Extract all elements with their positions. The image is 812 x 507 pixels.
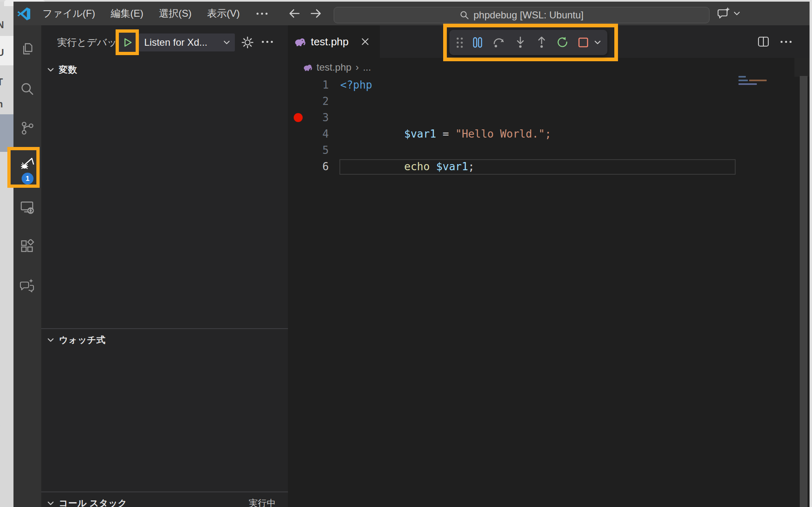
menu-selection[interactable]: 選択(S) [151,2,199,25]
title-bar: ファイル(F) 編集(E) 選択(S) 表示(V) phpdebug [WSL:… [13,2,810,25]
minimap-line [738,80,748,81]
run-and-debug-icon [20,155,36,171]
source-control-icon [20,121,35,136]
start-debugging-highlight-box [116,29,139,55]
chevron-down-icon [47,66,55,74]
pause-icon [472,37,483,48]
code-line-5[interactable]: 5 echo $var1; [288,142,810,158]
section-label: コール スタック [59,497,127,507]
back-arrow-icon[interactable] [288,7,301,20]
line-number[interactable]: 2 [288,93,329,109]
breadcrumb-symbol[interactable]: ... [363,62,371,73]
section-call-stack[interactable]: コール スタック 実行中 [41,495,288,507]
tab-test-php[interactable]: test.php [288,25,380,58]
vscode-logo-icon [17,7,31,21]
remote-explorer-icon [20,200,35,215]
more-actions-icon[interactable] [262,41,273,43]
stop-options-button[interactable] [589,30,606,55]
minimap-line [738,83,757,85]
section-variables[interactable]: 変数 [41,61,288,78]
current-line-highlight [339,159,736,175]
breadcrumb-separator: › [355,62,359,73]
start-debugging-play-icon[interactable] [122,37,133,48]
pause-button[interactable] [468,30,486,55]
section-watch[interactable]: ウォッチ式 [41,331,288,349]
line-number[interactable]: 5 [288,142,329,158]
launch-config-label: Listen for Xd... [139,37,223,48]
debug-item-highlight-box: 1 [7,147,40,188]
sidebar-item-remote-explorer[interactable] [13,193,41,221]
minimap-line [749,80,767,81]
vscode-window: N U T h ) ファイル(F) 編集(E) 選択(S) 表示(V) [0,0,812,507]
step-into-button[interactable] [511,30,529,55]
menu-view[interactable]: 表示(V) [199,2,248,25]
launch-config-dropdown[interactable]: Listen for Xd... [139,33,235,51]
split-editor-icon[interactable] [757,35,770,48]
breadcrumb-file[interactable]: test.php [317,62,351,73]
editor-scrollbar[interactable] [800,76,808,507]
menu-file[interactable]: ファイル(F) [35,2,103,25]
breadcrumb[interactable]: test.php › ... [303,58,371,77]
background-text-fragment: h [0,99,3,110]
chevron-down-icon [47,499,55,507]
menu-edit[interactable]: 編集(E) [103,2,151,25]
line-number[interactable]: 6 [288,158,329,175]
minimap[interactable] [735,76,776,117]
close-icon[interactable] [360,37,370,47]
background-segment [0,114,13,152]
chevron-down-icon [594,39,601,46]
sidebar-item-extensions[interactable] [13,233,41,260]
activity-bar: 1 [13,25,41,507]
code-line-4[interactable]: 4 [288,126,810,142]
code-line-6[interactable]: 6 [288,158,810,175]
chevron-down-icon[interactable] [733,10,741,17]
forward-arrow-icon[interactable] [309,7,322,20]
debug-session-badge: 1 [22,173,33,185]
search-command-center[interactable]: phpdebug [WSL: Ubuntu] [334,7,709,23]
background-window-right-sliver [810,0,812,507]
step-over-button[interactable] [490,30,508,55]
tab-label: test.php [311,36,349,48]
sidebar-item-explorer[interactable] [13,35,41,63]
code-line-3[interactable]: 3 $var1 = "Hello World."; [288,109,810,126]
line-number[interactable]: 3 [288,109,329,126]
gear-icon[interactable] [241,36,254,49]
background-text-fragment: U [0,47,4,58]
background-text-fragment: T [0,77,3,88]
section-divider[interactable] [41,328,288,329]
sidebar-item-search[interactable] [13,75,41,103]
minimap-gutter [794,58,810,77]
debug-toolbar [449,30,607,55]
restart-button[interactable] [553,30,571,55]
background-text-fragment: ) [0,420,0,431]
section-label: ウォッチ式 [59,334,106,346]
chevron-down-icon [223,38,231,47]
run-and-debug-sidebar: 実行とデバッグ Listen for Xd... [41,25,288,507]
debug-status-text: 実行中 [249,497,276,507]
more-actions-icon[interactable] [781,41,792,43]
search-icon [20,82,35,96]
php-elephant-icon [294,36,306,48]
sidebar-item-chat[interactable] [13,272,41,300]
php-elephant-icon [303,62,312,72]
code-line-1[interactable]: 1 <?php [288,77,810,93]
background-text-fragment: N [0,20,4,31]
menu-overflow-icon[interactable] [248,2,277,25]
copilot-chat-icon[interactable] [717,7,731,20]
line-number[interactable]: 4 [288,126,329,142]
line-number[interactable]: 1 [288,77,329,93]
search-text: phpdebug [WSL: Ubuntu] [473,9,584,21]
sidebar-item-source-control[interactable] [13,114,41,142]
stop-icon [578,37,589,48]
extensions-icon [20,239,35,254]
section-divider[interactable] [41,491,288,492]
section-label: 変数 [59,64,77,76]
chat-sparkle-icon [20,278,35,294]
toolbar-drag-handle[interactable] [451,30,468,55]
code-token: <?php [340,79,372,91]
code-view[interactable]: 1 <?php 2 3 $var1 = "Hello World."; 4 5 … [288,77,810,175]
step-out-button[interactable] [533,30,551,55]
step-out-icon [535,36,548,49]
step-into-icon [514,36,526,49]
code-line-2[interactable]: 2 [288,93,810,109]
